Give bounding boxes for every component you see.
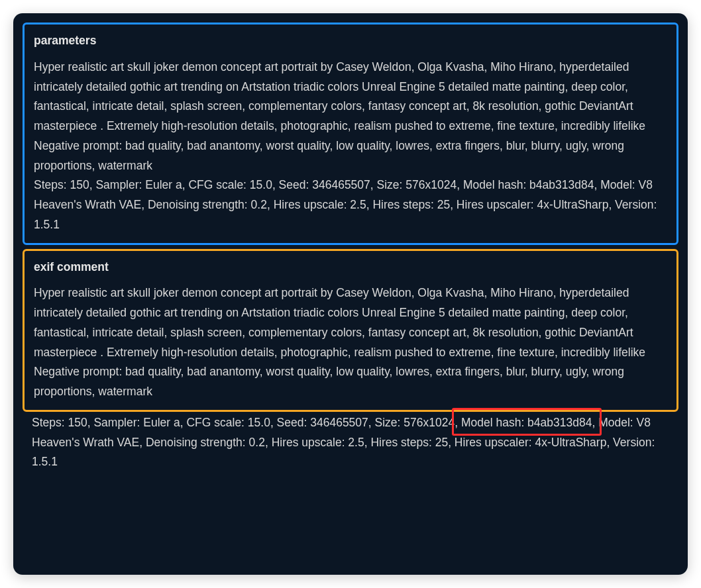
trailing-settings: Steps: 150, Sampler: Euler a, CFG scale:… [23, 408, 678, 480]
metadata-panel: parameters Hyper realistic art skull jok… [13, 13, 688, 575]
outer-canvas: parameters Hyper realistic art skull jok… [0, 0, 701, 588]
parameters-heading: parameters [34, 31, 667, 51]
exif-body: Hyper realistic art skull joker demon co… [34, 283, 667, 402]
parameters-negative-prompt: Negative prompt: bad quality, bad ananto… [34, 136, 667, 176]
trailing-settings-text: Steps: 150, Sampler: Euler a, CFG scale:… [32, 413, 669, 472]
parameters-prompt: Hyper realistic art skull joker demon co… [34, 58, 667, 136]
exif-box: exif comment Hyper realistic art skull j… [23, 249, 678, 412]
exif-prompt: Hyper realistic art skull joker demon co… [34, 283, 667, 362]
parameters-body: Hyper realistic art skull joker demon co… [34, 58, 667, 235]
exif-heading: exif comment [34, 258, 667, 277]
parameters-box: parameters Hyper realistic art skull jok… [23, 23, 678, 245]
parameters-settings: Steps: 150, Sampler: Euler a, CFG scale:… [34, 175, 667, 234]
exif-negative-prompt: Negative prompt: bad quality, bad ananto… [34, 362, 667, 402]
